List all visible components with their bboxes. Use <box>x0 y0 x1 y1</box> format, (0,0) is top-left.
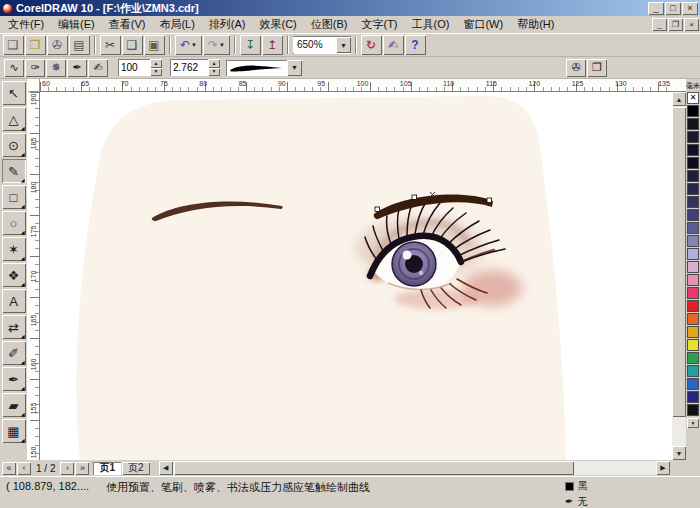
menu-item[interactable]: 帮助(H) <box>510 16 561 33</box>
page-tab-1[interactable]: 页1 <box>93 462 121 475</box>
horizontal-scroll-thumb[interactable] <box>174 461 574 475</box>
color-swatch[interactable] <box>687 248 699 260</box>
vertical-scroll-thumb[interactable] <box>672 107 686 417</box>
horizontal-scrollbar[interactable]: ◀ ▶ <box>159 461 670 475</box>
width-spin-down[interactable]: ▼ <box>208 68 220 77</box>
cut-button[interactable]: ✂ <box>100 35 121 55</box>
color-swatch[interactable] <box>687 339 699 351</box>
first-page-button[interactable]: « <box>2 462 16 475</box>
doc-close-button[interactable]: × <box>684 18 699 31</box>
color-swatch[interactable] <box>687 131 699 143</box>
page-tab-2[interactable]: 页2 <box>122 462 150 475</box>
menu-item[interactable]: 位图(B) <box>304 16 355 33</box>
new-button[interactable]: ❏ <box>3 35 24 55</box>
shape-tool[interactable]: △ ◢ <box>2 107 26 131</box>
minimize-button[interactable]: _ <box>648 2 664 15</box>
stroke-list-dropdown[interactable]: ▼ <box>226 59 302 77</box>
save-artistic-media-button[interactable]: ✇ <box>566 59 586 77</box>
redo-button[interactable]: ↷▼ <box>203 35 230 55</box>
preset-mode-button[interactable]: ∿ <box>4 59 24 77</box>
interactive-blend-tool[interactable]: ⇄ ◢ <box>2 315 26 339</box>
outline-tool[interactable]: ✒ ◢ <box>2 367 26 391</box>
stroke-dropdown-button[interactable]: ▼ <box>287 60 302 76</box>
save-button[interactable]: ✇ <box>47 35 68 55</box>
fill-tool[interactable]: ▰ ◢ <box>2 393 26 417</box>
color-swatch[interactable] <box>687 170 699 182</box>
paste-button[interactable]: ▣ <box>144 35 165 55</box>
color-swatch[interactable] <box>687 391 699 403</box>
no-color-swatch[interactable]: ✕ <box>687 92 699 104</box>
doc-restore-button[interactable]: ❐ <box>668 18 683 31</box>
menu-item[interactable]: 文字(T) <box>354 16 404 33</box>
color-swatch[interactable] <box>687 274 699 286</box>
sprayer-mode-button[interactable]: ✵ <box>46 59 66 77</box>
menu-item[interactable]: 查看(V) <box>102 16 153 33</box>
polygon-tool[interactable]: ✶ ◢ <box>2 237 26 261</box>
brush-mode-button[interactable]: ✑ <box>25 59 45 77</box>
print-button[interactable]: ▤ <box>69 35 90 55</box>
freehand-artistic-media-tool[interactable]: ✎ ◢ <box>2 159 26 183</box>
next-page-button[interactable]: › <box>60 462 74 475</box>
refresh-button[interactable]: ↻ <box>361 35 382 55</box>
menu-item[interactable]: 排列(A) <box>202 16 253 33</box>
color-swatch[interactable] <box>687 118 699 130</box>
smoothing-spin-down[interactable]: ▼ <box>150 68 162 77</box>
pick-tool[interactable]: ↖ <box>2 81 26 105</box>
color-swatch[interactable] <box>687 404 699 416</box>
color-swatch[interactable] <box>687 235 699 247</box>
color-swatch[interactable] <box>687 209 699 221</box>
menu-item[interactable]: 文件(F) <box>1 16 51 33</box>
color-swatch[interactable] <box>687 352 699 364</box>
smoothing-input[interactable] <box>118 59 150 76</box>
smoothing-spin-up[interactable]: ▲ <box>150 59 162 68</box>
ellipse-tool[interactable]: ○ ◢ <box>2 211 26 235</box>
menu-item[interactable]: 窗口(W) <box>456 16 510 33</box>
calligraphic-mode-button[interactable]: ✒ <box>67 59 87 77</box>
horizontal-ruler[interactable]: 6065707580859095100105110115120125130135 <box>40 79 672 92</box>
color-swatch[interactable] <box>687 157 699 169</box>
import-button[interactable]: ↧ <box>240 35 261 55</box>
selection-node[interactable] <box>375 207 380 212</box>
ruler-origin-corner[interactable] <box>28 79 40 92</box>
color-swatch[interactable] <box>687 261 699 273</box>
color-swatch[interactable] <box>687 287 699 299</box>
rectangle-tool[interactable]: □ ◢ <box>2 185 26 209</box>
vertical-ruler[interactable]: 190185180175170165160155150 <box>28 92 40 460</box>
zoom-level-value[interactable]: 650% <box>293 37 336 53</box>
interactive-fill-tool[interactable]: ▦ ◢ <box>2 419 26 443</box>
scroll-up-button[interactable]: ▲ <box>672 92 686 106</box>
eyedropper-tool[interactable]: ✐ ◢ <box>2 341 26 365</box>
doc-minimize-button[interactable]: _ <box>652 18 667 31</box>
color-swatch[interactable] <box>687 326 699 338</box>
basic-shapes-tool[interactable]: ❖ ◢ <box>2 263 26 287</box>
prev-page-button[interactable]: ‹ <box>17 462 31 475</box>
open-button[interactable]: ❐ <box>25 35 46 55</box>
maximize-button[interactable]: □ <box>665 2 681 15</box>
zoom-tool[interactable]: ⊙ ◢ <box>2 133 26 157</box>
vertical-scrollbar[interactable]: ▲ ▼ <box>672 92 686 460</box>
color-swatch[interactable] <box>687 183 699 195</box>
selection-node[interactable] <box>487 198 492 203</box>
stroke-width-input[interactable] <box>170 59 208 76</box>
browse-strokes-button[interactable]: ❐ <box>587 59 607 77</box>
copy-button[interactable]: ❑ <box>122 35 143 55</box>
help-button[interactable]: ? <box>405 35 426 55</box>
color-swatch[interactable] <box>687 196 699 208</box>
zoom-dropdown-button[interactable]: ▼ <box>336 37 351 53</box>
width-spin-up[interactable]: ▲ <box>208 59 220 68</box>
color-swatch[interactable] <box>687 222 699 234</box>
close-button[interactable]: × <box>682 2 698 15</box>
undo-button[interactable]: ↶▼ <box>175 35 202 55</box>
color-swatch[interactable] <box>687 300 699 312</box>
scroll-down-button[interactable]: ▼ <box>672 446 686 460</box>
selection-node[interactable] <box>412 195 417 200</box>
menu-item[interactable]: 编辑(E) <box>51 16 102 33</box>
color-swatch[interactable] <box>687 105 699 117</box>
palette-scroll-down-button[interactable]: ▼ <box>687 418 699 428</box>
scroll-right-button[interactable]: ▶ <box>656 461 670 475</box>
launcher-button[interactable]: ✍ <box>383 35 404 55</box>
color-swatch[interactable] <box>687 365 699 377</box>
text-tool[interactable]: A <box>2 289 26 313</box>
export-button[interactable]: ↥ <box>262 35 283 55</box>
drawing-canvas[interactable] <box>40 92 672 460</box>
